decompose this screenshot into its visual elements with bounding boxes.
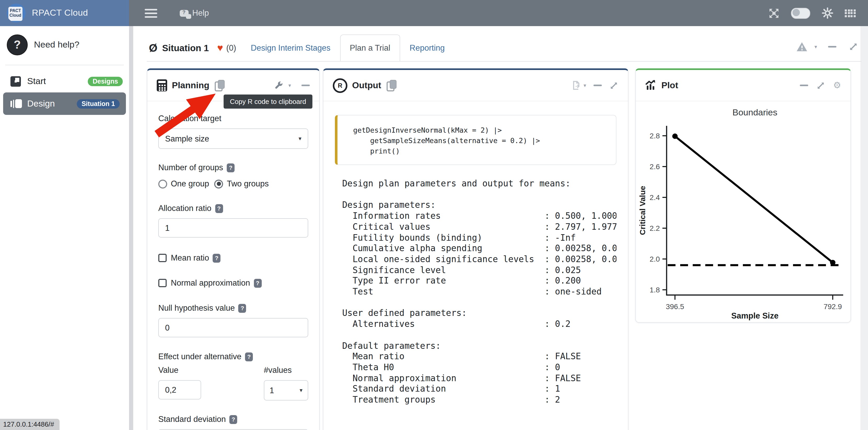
effect-value-input[interactable] xyxy=(158,380,201,399)
output-title: Output xyxy=(352,80,381,91)
svg-text:Critical Value: Critical Value xyxy=(638,186,647,235)
sidebar-divider xyxy=(5,65,124,65)
sun-icon[interactable] xyxy=(822,7,833,19)
r-code: getDesignInverseNormal(kMax = 2) |> getS… xyxy=(353,125,611,156)
svg-text:2.4: 2.4 xyxy=(650,194,660,202)
start-icon xyxy=(10,76,21,87)
mean-ratio-checkbox[interactable] xyxy=(158,254,167,262)
radio-two-groups[interactable] xyxy=(214,179,223,188)
calculator-icon xyxy=(157,79,167,91)
favorites-count: (0) xyxy=(226,43,236,53)
plot-expand-icon[interactable] xyxy=(816,81,826,90)
output-expand-icon[interactable] xyxy=(609,81,619,90)
sidebar: PACT Cloud RPACT Cloud ? Need help? Star… xyxy=(0,0,129,430)
mean-ratio-row: Mean ratio ? xyxy=(158,253,308,263)
copy-output-icon[interactable] xyxy=(386,79,396,91)
effect-under-alternative-label: Effect under alternative ? xyxy=(158,352,308,361)
fullscreen-icon[interactable] xyxy=(769,7,779,19)
help-button[interactable]: ? Help xyxy=(180,8,209,18)
copy-tooltip: Copy R code to clipboard xyxy=(224,95,312,109)
plot-collapse-icon[interactable] xyxy=(800,85,808,86)
hamburger-menu-icon[interactable] xyxy=(145,9,157,18)
radio-one-group[interactable] xyxy=(158,179,167,188)
help-badge-icon[interactable]: ? xyxy=(239,304,246,312)
help-badge-icon[interactable]: ? xyxy=(229,415,238,424)
groups-radio-group: One group Two groups xyxy=(158,179,308,189)
help-badge-icon[interactable]: ? xyxy=(245,352,253,361)
svg-text:2.8: 2.8 xyxy=(650,132,660,140)
svg-text:2.0: 2.0 xyxy=(650,255,660,263)
tab-design-interim-stages[interactable]: Design Interim Stages xyxy=(241,34,340,61)
warning-icon[interactable] xyxy=(796,42,808,52)
heart-icon[interactable]: ♥ xyxy=(217,42,223,54)
question-circle-icon: ? xyxy=(7,34,28,55)
sidebar-item-need-help[interactable]: ? Need help? xyxy=(0,32,129,58)
topbar: ? Help xyxy=(129,0,868,26)
value-label: Value xyxy=(158,365,201,375)
export-icon[interactable] xyxy=(572,80,581,90)
status-url: 127.0.0.1:4486/# xyxy=(0,419,59,430)
plot-settings-gears-icon[interactable]: ⚙ xyxy=(833,81,841,90)
help-badge-icon[interactable]: ? xyxy=(254,278,261,288)
boundaries-chart: Boundaries1.82.02.22.42.62.8396.5792.9Cr… xyxy=(636,101,850,321)
help-chat-icon: ? xyxy=(180,10,189,16)
help-badge-icon[interactable]: ? xyxy=(213,254,220,262)
situation-title: Situation 1 xyxy=(162,42,209,54)
allocation-ratio-label: Allocation ratio ? xyxy=(158,204,308,213)
brand-title: RPACT Cloud xyxy=(32,8,88,18)
r-code-block: getDesignInverseNormal(kMax = 2) |> getS… xyxy=(335,115,616,165)
main-scrollbar[interactable] xyxy=(860,26,868,430)
situation-header: Ø Situation 1 ♥ (0) xyxy=(149,38,236,59)
wrench-icon[interactable] xyxy=(274,81,283,90)
svg-text:2.2: 2.2 xyxy=(650,224,660,232)
situation-badge: Situation 1 xyxy=(77,99,120,108)
sidebar-scrollbar[interactable] xyxy=(129,26,133,430)
output-collapse-icon[interactable] xyxy=(593,85,602,86)
export-caret-icon[interactable]: ▾ xyxy=(584,83,586,88)
output-panel: R Output ▾ getDesignInv xyxy=(323,68,628,430)
apps-grid-icon[interactable] xyxy=(845,9,856,17)
nvalues-label: #values xyxy=(264,365,308,375)
sidebar-item-start[interactable]: Start Designs xyxy=(0,72,129,91)
svg-text:792.9: 792.9 xyxy=(824,303,842,311)
chevron-down-icon: ▾ xyxy=(300,387,303,394)
tab-plan-a-trial[interactable]: Plan a Trial xyxy=(340,34,400,61)
design-icon xyxy=(10,99,22,108)
warning-caret-icon[interactable]: ▾ xyxy=(814,44,817,49)
sidebar-brand: PACT Cloud RPACT Cloud xyxy=(0,0,129,26)
plot-panel: Plot ⚙ Boundaries1.82.02.22.42.62.8396.5… xyxy=(635,68,851,323)
standard-deviation-label: Standard deviation ? xyxy=(158,415,308,424)
copy-r-code-icon[interactable] xyxy=(215,79,225,91)
wrench-caret-icon[interactable]: ▾ xyxy=(288,83,291,88)
output-header: R Output ▾ xyxy=(323,70,628,101)
collapse-all-icon[interactable] xyxy=(828,46,836,47)
tab-reporting[interactable]: Reporting xyxy=(400,34,454,61)
null-hypothesis-input[interactable] xyxy=(158,318,308,337)
svg-text:2.6: 2.6 xyxy=(650,163,660,171)
allocation-ratio-input[interactable] xyxy=(158,218,308,238)
svg-text:Sample Size: Sample Size xyxy=(732,311,779,320)
r-output-text: Design plan parameters and output for me… xyxy=(342,178,616,406)
designs-badge: Designs xyxy=(88,77,123,86)
svg-text:1.8: 1.8 xyxy=(650,286,660,294)
logo-text: PACT xyxy=(10,8,21,13)
sidebar-item-design[interactable]: Design Situation 1 xyxy=(3,92,126,115)
planning-form: Calculation target Sample size ▾ Number … xyxy=(147,101,319,430)
plot-header: Plot ⚙ xyxy=(636,70,850,101)
r-language-icon: R xyxy=(333,78,347,93)
help-badge-icon[interactable]: ? xyxy=(215,204,223,213)
svg-text:Boundaries: Boundaries xyxy=(733,107,777,117)
theme-toggle[interactable] xyxy=(791,7,810,19)
normal-approximation-checkbox[interactable] xyxy=(158,279,167,287)
help-badge-icon[interactable]: ? xyxy=(227,163,235,172)
expand-all-icon[interactable] xyxy=(848,42,858,52)
svg-text:396.5: 396.5 xyxy=(666,303,684,311)
plot-title: Plot xyxy=(661,80,678,91)
number-of-groups-label: Number of groups ? xyxy=(158,163,308,172)
nvalues-select[interactable]: 1 ▾ xyxy=(264,380,308,400)
planning-collapse-icon[interactable] xyxy=(302,85,310,86)
null-hypothesis-label: Null hypothesis value ? xyxy=(158,303,308,313)
empty-set-icon: Ø xyxy=(149,42,157,54)
rpact-logo-icon: PACT Cloud xyxy=(7,4,26,23)
output-body: getDesignInverseNormal(kMax = 2) |> getS… xyxy=(323,101,628,406)
